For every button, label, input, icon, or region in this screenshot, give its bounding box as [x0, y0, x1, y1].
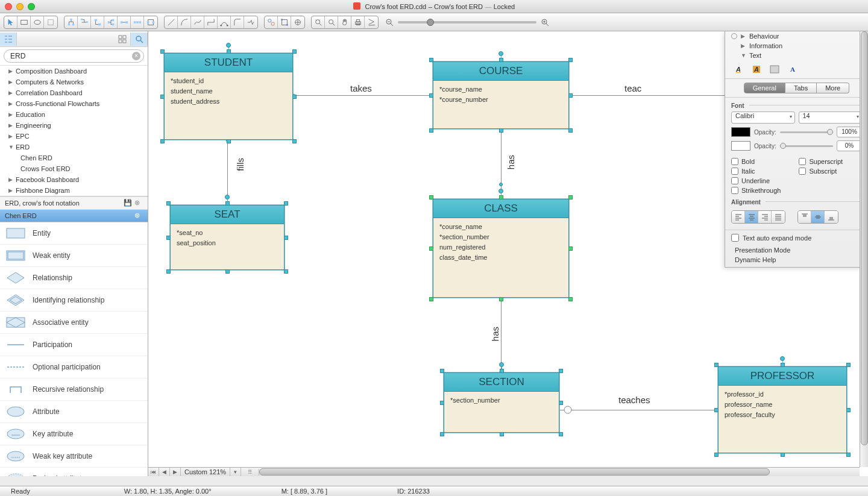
tree-tool-4[interactable] — [104, 16, 118, 28]
stencil-participation[interactable]: Participation — [0, 334, 148, 356]
tree-tool-3[interactable] — [91, 16, 104, 28]
entity-class[interactable]: CLASS *course_name *section_number num_r… — [433, 199, 569, 298]
tree-item[interactable]: Fishbone Diagram — [0, 185, 148, 196]
zoom-dropdown-icon[interactable]: ▾ — [230, 468, 241, 476]
stencil-recursive[interactable]: Recursive relationship — [0, 378, 148, 401]
tree-item-crows[interactable]: Crows Foot ERD — [0, 163, 148, 174]
stencil-identifying-rel[interactable]: Identifying relationship — [0, 289, 148, 312]
tree-item[interactable]: Facebook Dashboard — [0, 174, 148, 185]
chain-tool-2[interactable] — [131, 16, 144, 28]
align-center[interactable] — [745, 211, 758, 223]
stencil-relationship[interactable]: Relationship — [0, 267, 148, 289]
tree-item[interactable]: Correlation Dashboard — [0, 87, 148, 98]
text-tool[interactable] — [44, 16, 57, 28]
page-first-icon[interactable]: ⏮ — [148, 468, 159, 476]
valign-top[interactable] — [798, 211, 811, 223]
opacity-value-1[interactable]: 100% — [837, 127, 862, 137]
text-color-tool[interactable]: A — [731, 63, 746, 76]
canvas-area[interactable]: takes teac fills has has teaches STUDENT… — [148, 31, 868, 476]
zoom-slider[interactable] — [385, 17, 550, 27]
entity-section[interactable]: SECTION *section_number — [444, 372, 559, 433]
align-left[interactable] — [732, 211, 745, 223]
text-font-tool[interactable]: A — [785, 63, 800, 76]
sidebar-tab-search[interactable] — [131, 33, 148, 46]
stencil-optional-part[interactable]: Optional participation — [0, 356, 148, 378]
edit-tool-3[interactable] — [291, 16, 304, 28]
section-crows-foot[interactable]: ERD, crow's foot notation 💾⊗ — [0, 196, 148, 209]
tree-item[interactable]: Engineering — [0, 120, 148, 131]
tree-item[interactable]: Composition Dashboard — [0, 66, 148, 77]
curve-tool[interactable] — [191, 16, 204, 28]
valign-middle[interactable] — [811, 211, 825, 223]
close-section-icon[interactable]: ⊗ — [134, 212, 143, 220]
rel-has2-line[interactable] — [501, 298, 502, 372]
tree-item[interactable]: Education — [0, 109, 148, 120]
tab-general[interactable]: General — [744, 83, 785, 93]
scrollbar-vertical[interactable] — [860, 31, 868, 467]
auto-expand-row[interactable]: Text auto expand mode — [725, 230, 868, 245]
bezier-tool[interactable] — [218, 16, 231, 28]
tree-tool-2[interactable] — [78, 16, 91, 28]
rotate-handle[interactable] — [499, 362, 504, 367]
opacity-slider-2[interactable] — [780, 145, 833, 147]
scrollbar-horizontal[interactable] — [259, 468, 860, 476]
entity-course[interactable]: COURSE *course_name *course_number — [433, 61, 569, 129]
zoom-thumb[interactable] — [427, 19, 434, 26]
align-right[interactable] — [758, 211, 772, 223]
entity-student[interactable]: STUDENT *student_id student_name student… — [164, 53, 293, 140]
elbow-tool[interactable] — [204, 16, 218, 28]
stencil-attribute[interactable]: Attribute — [0, 401, 148, 423]
opacity-value-2[interactable]: 0% — [837, 140, 862, 151]
check-underline[interactable]: Underline — [731, 176, 781, 186]
stencil-key-attr[interactable]: Key attribute — [0, 423, 148, 445]
edit-tool-1[interactable] — [265, 16, 278, 28]
opacity-slider-1[interactable] — [780, 131, 833, 133]
chain-tool-1[interactable] — [118, 16, 131, 28]
stencil-weak-key-attr[interactable]: Weak key attribute — [0, 445, 148, 468]
page-next-icon[interactable]: ▶ — [170, 468, 181, 476]
rotate-handle[interactable] — [780, 356, 785, 361]
rotate-handle[interactable] — [498, 189, 503, 193]
align-justify[interactable] — [772, 211, 785, 223]
tree-tool-1[interactable] — [64, 16, 78, 28]
clear-search-icon[interactable]: × — [132, 52, 140, 60]
page-grip-icon[interactable]: ⠿ — [241, 469, 259, 476]
check-italic[interactable]: Italic — [731, 166, 781, 176]
chain-tool-3[interactable] — [144, 16, 157, 28]
insp-dynamic-help[interactable]: Dynamic Help — [725, 255, 868, 267]
stencil-associative[interactable]: Associative entity — [0, 312, 148, 334]
tab-more[interactable]: More — [817, 83, 849, 93]
insp-presentation[interactable]: Presentation Mode — [725, 245, 868, 255]
zoom-tool[interactable] — [325, 16, 338, 28]
save-icon[interactable]: 💾 — [124, 199, 132, 207]
spell-tool[interactable] — [365, 16, 378, 28]
entity-seat[interactable]: SEAT *seat_no seat_position — [170, 205, 285, 270]
rotate-handle[interactable] — [225, 195, 230, 199]
tab-tabs[interactable]: Tabs — [785, 83, 817, 93]
close-section-icon[interactable]: ⊗ — [134, 199, 143, 207]
pan-tool[interactable] — [338, 16, 351, 28]
stencil-entity[interactable]: Entity — [0, 222, 148, 245]
zoom-track[interactable] — [398, 21, 536, 24]
rect-tool[interactable] — [17, 16, 31, 28]
smart-conn-tool[interactable] — [244, 16, 257, 28]
insp-information[interactable]: Information — [725, 41, 868, 51]
stencil-weak-entity[interactable]: Weak entity — [0, 245, 148, 267]
edit-tool-2[interactable] — [278, 16, 291, 28]
text-color-swatch[interactable] — [731, 127, 750, 137]
line-tool[interactable] — [165, 16, 178, 28]
tree-item-erd[interactable]: ERD — [0, 142, 148, 152]
zoom-display[interactable]: Custom 121% — [181, 468, 230, 476]
insp-behaviour[interactable]: Behaviour — [725, 31, 868, 41]
rel-teaches-line[interactable] — [560, 410, 718, 410]
sidebar-tab-grid[interactable] — [114, 33, 131, 46]
text-highlight-tool[interactable]: A — [749, 63, 764, 76]
font-size-select[interactable]: 14▾ — [799, 111, 863, 124]
ellipse-tool[interactable] — [31, 16, 44, 28]
sidebar-tab-tree[interactable] — [0, 33, 17, 46]
tree-item[interactable]: Cross-Functional Flowcharts — [0, 98, 148, 109]
rel-takes-line[interactable] — [293, 95, 433, 96]
print-tool[interactable] — [351, 16, 365, 28]
check-strike[interactable]: Strikethrough — [731, 186, 781, 195]
entity-professor[interactable]: PROFESSOR *professor_id professor_name p… — [718, 366, 847, 453]
